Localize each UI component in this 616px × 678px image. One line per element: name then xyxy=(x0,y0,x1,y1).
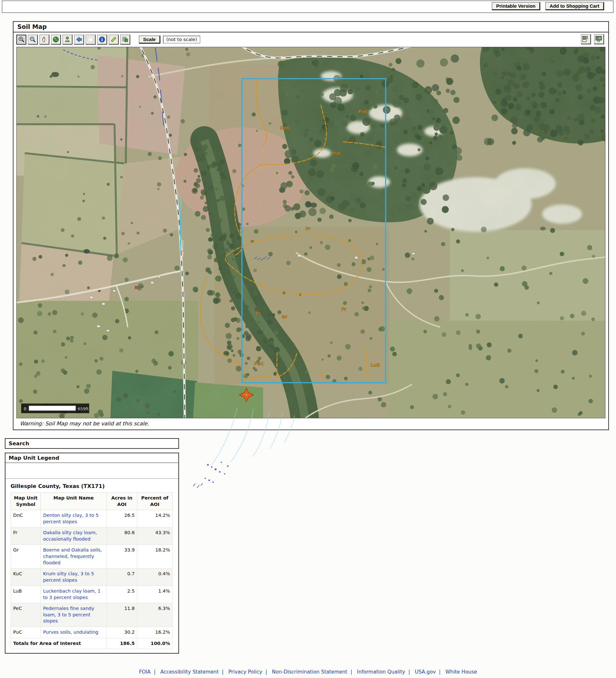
map-unit-symbol: PuC xyxy=(11,627,41,638)
table-row: DnC Denton silty clay, 3 to 5 percent sl… xyxy=(11,510,173,527)
legend-header-row: Map Unit Symbol Map Unit Name Acres in A… xyxy=(11,493,173,510)
blank-select-icon xyxy=(87,36,94,43)
map-unit-symbol: LuB xyxy=(11,586,41,603)
overview-map-icon xyxy=(595,36,603,43)
map-unit-percent: 14.2% xyxy=(137,510,172,527)
soil-label: Gr xyxy=(282,314,287,319)
map-unit-acres: 2.5 xyxy=(107,586,137,603)
pan-tool-button[interactable] xyxy=(39,35,49,45)
zoom-to-aoi-tool-button[interactable]: AOI xyxy=(63,35,73,45)
svg-text:AOI: AOI xyxy=(65,40,70,43)
footer-separator: | xyxy=(408,669,410,675)
map-unit-name-link[interactable]: Krum silty clay, 3 to 5 percent slopes xyxy=(41,568,107,586)
export-print-icon xyxy=(122,36,129,43)
pan-hand-icon xyxy=(41,36,48,43)
soil-label: PeC xyxy=(254,361,264,366)
measure-ruler-icon xyxy=(110,36,117,43)
map-scale-bar: 0 659ft xyxy=(21,404,89,413)
map-unit-percent: 1.4% xyxy=(137,586,172,603)
footer-link-usagov[interactable]: USA.gov xyxy=(415,669,436,675)
printable-version-button[interactable]: Printable Version xyxy=(492,2,540,10)
table-row: PeC Pedernales fine sandy loam, 3 to 5 p… xyxy=(11,603,173,627)
map-unit-percent: 18.2% xyxy=(137,545,172,568)
totals-row: Totals for Area of Interest 186.5 100.0% xyxy=(11,638,173,649)
legend-empty-strip xyxy=(5,463,178,479)
aoi-marker-icon: AOI xyxy=(64,36,71,43)
map-unit-acres: 0.7 xyxy=(107,568,137,586)
totals-label: Totals for Area of Interest xyxy=(11,638,107,649)
zoom-in-icon xyxy=(18,36,25,43)
soil-label: LuB xyxy=(371,363,380,368)
footer-link-privacy[interactable]: Privacy Policy xyxy=(229,669,262,675)
scale-distance-label: 659ft xyxy=(78,406,88,411)
map-unit-name-link[interactable]: Denton silty clay, 3 to 5 percent slopes xyxy=(41,510,107,527)
back-arrow-icon xyxy=(75,36,82,43)
search-panel[interactable]: Search xyxy=(5,438,179,449)
export-tool-button[interactable] xyxy=(120,35,130,45)
map-unit-symbol: KuC xyxy=(11,568,41,586)
scale-button[interactable]: Scale xyxy=(139,36,160,44)
map-unit-symbol: DnC xyxy=(11,510,41,527)
map-unit-name-link[interactable]: Boerne and Oakalla soils, channeled, fre… xyxy=(41,545,107,568)
identify-tool-button[interactable] xyxy=(97,35,107,45)
legend-toggle-icon xyxy=(582,36,590,43)
col-header-symbol: Map Unit Symbol xyxy=(11,493,41,510)
footer-separator: | xyxy=(222,669,223,675)
soil-map-panel-title: Soil Map xyxy=(13,22,608,32)
zoom-in-tool-button[interactable] xyxy=(16,35,26,45)
top-action-bar: Printable Version Add to Shopping Cart xyxy=(2,1,613,13)
map-unit-acres: 26.5 xyxy=(107,510,137,527)
map-unit-acres: 80.8 xyxy=(107,527,137,545)
soil-label: Fr xyxy=(255,310,260,315)
soil-label: Fr xyxy=(341,307,346,312)
footer-separator: | xyxy=(265,669,267,675)
zoom-out-icon xyxy=(29,36,36,43)
overview-map-toggle-button[interactable] xyxy=(594,34,604,44)
map-toolbar: AOI xyxy=(13,32,608,46)
soil-label: PuC xyxy=(358,109,368,114)
col-header-name: Map Unit Name xyxy=(41,493,107,510)
map-unit-name-link[interactable]: Oakalla silty clay loam, occasionally fl… xyxy=(41,527,107,545)
map-unit-legend-title: Map Unit Legend xyxy=(5,453,178,463)
measure-tool-button[interactable] xyxy=(109,35,119,45)
footer-separator: | xyxy=(439,669,441,675)
soil-map-image[interactable]: PuC DnC PuC Fr Fr Gr Fr PeC LuB Usener R… xyxy=(16,47,605,418)
table-row: PuC Purves soils, undulating 30.2 16.2% xyxy=(11,627,173,638)
map-unit-legend-panel: Map Unit Legend Gillespie County, Texas … xyxy=(5,453,179,653)
aerial-map-canvas: PuC DnC PuC Fr Fr Gr Fr PeC LuB Usener R… xyxy=(17,47,605,418)
scale-zero-label: 0 xyxy=(24,406,26,411)
zoom-out-tool-button[interactable] xyxy=(28,35,38,45)
footer-link-whitehouse[interactable]: White House xyxy=(445,669,477,675)
map-unit-percent: 16.2% xyxy=(137,627,172,638)
globe-icon xyxy=(52,36,59,43)
col-header-percent: Percent of AOI xyxy=(137,493,172,510)
map-unit-percent: 0.4% xyxy=(137,568,172,586)
footer-link-information-quality[interactable]: Information Quality xyxy=(357,669,405,675)
footer-link-foia[interactable]: FOIA xyxy=(139,669,151,675)
totals-acres: 186.5 xyxy=(107,638,137,649)
scale-value-box: (not to scale) xyxy=(163,36,200,43)
map-unit-name-link[interactable]: Pedernales fine sandy loam, 3 to 5 perce… xyxy=(41,603,107,627)
footer-link-accessibility[interactable]: Accessibility Statement xyxy=(160,669,219,675)
totals-percent: 100.0% xyxy=(137,638,172,649)
soil-label: PuC xyxy=(332,151,342,156)
back-tool-button[interactable] xyxy=(74,35,84,45)
legend-toggle-button[interactable] xyxy=(581,34,591,44)
footer-link-nondiscrimination[interactable]: Non-Discrimination Statement xyxy=(272,669,347,675)
add-to-shopping-cart-button[interactable]: Add to Shopping Cart xyxy=(545,2,604,10)
map-unit-symbol: Fr xyxy=(11,527,41,545)
select-tool-button[interactable] xyxy=(86,35,95,45)
soil-label: Fr xyxy=(305,226,311,231)
search-panel-title: Search xyxy=(5,439,178,448)
table-row: LuB Luckenbach clay loam, 1 to 3 percent… xyxy=(11,586,173,603)
map-unit-acres: 33.9 xyxy=(107,545,137,568)
footer-separator: | xyxy=(351,669,352,675)
map-unit-name-link[interactable]: Luckenbach clay loam, 1 to 3 percent slo… xyxy=(41,586,107,603)
road-name-label: Usener Rd xyxy=(180,240,184,257)
soil-label: DnC xyxy=(280,125,290,130)
table-row: Gr Boerne and Oakalla soils, channeled, … xyxy=(11,545,173,568)
map-unit-acres: 11.8 xyxy=(107,603,137,627)
table-row: Fr Oakalla silty clay loam, occasionally… xyxy=(11,527,173,545)
map-unit-name-link[interactable]: Purves soils, undulating xyxy=(41,627,107,638)
full-extent-tool-button[interactable] xyxy=(51,35,61,45)
